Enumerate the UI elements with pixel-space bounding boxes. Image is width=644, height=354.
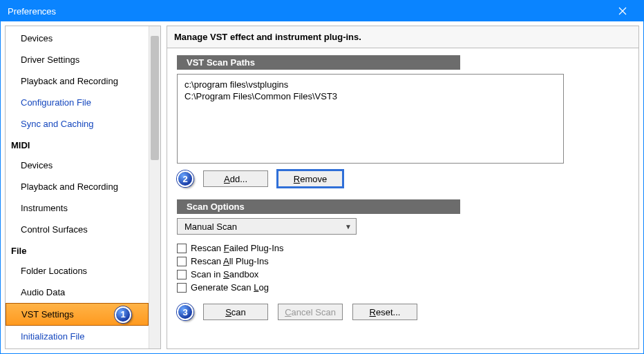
sidebar-scrollbar[interactable]	[149, 26, 160, 348]
sidebar-heading: MIDI	[6, 135, 149, 155]
checkbox-icon	[177, 283, 187, 293]
chevron-down-icon: ▼	[345, 223, 352, 230]
sidebar-item-folder-locations[interactable]: Folder Locations	[6, 260, 149, 282]
check-label: Rescan All Plug-Ins	[191, 256, 269, 266]
sidebar-item-playback-and-recording[interactable]: Playback and Recording	[6, 176, 149, 197]
preferences-sidebar: DevicesDriver SettingsPlayback and Recor…	[5, 26, 161, 349]
title-bar: Preferences	[1, 1, 643, 21]
scan-button[interactable]: Scan	[203, 304, 268, 320]
sidebar-item-vst-settings[interactable]: VST Settings1	[6, 303, 149, 326]
content-pane: Manage VST effect and instrument plug-in…	[167, 26, 639, 349]
scan-path-item[interactable]: C:\Program Files\Common Files\VST3	[184, 90, 556, 102]
sidebar-item-control-surfaces[interactable]: Control Surfaces	[6, 219, 149, 240]
scrollbar-thumb[interactable]	[151, 36, 159, 160]
check-label: Generate Scan Log	[191, 282, 269, 293]
callout-3: 3	[177, 304, 193, 320]
scan-mode-select[interactable]: Manual Scan ▼	[177, 218, 357, 235]
sidebar-item-audio-data[interactable]: Audio Data	[6, 282, 149, 303]
check-label: Rescan Failed Plug-Ins	[191, 243, 284, 253]
remove-path-button[interactable]: Remove	[278, 170, 343, 187]
section-scan-options: Scan Options	[177, 199, 460, 214]
content-heading: Manage VST effect and instrument plug-in…	[167, 26, 638, 48]
scan-path-item[interactable]: c:\program files\vstplugins	[184, 79, 556, 90]
sidebar-item-configuration-file[interactable]: Configuration File	[6, 92, 149, 113]
checkbox-icon	[177, 270, 187, 279]
check-rescan-all[interactable]: Rescan All Plug-Ins	[177, 255, 629, 268]
callout-1: 1	[115, 306, 131, 323]
window-title: Preferences	[8, 6, 56, 17]
sidebar-item-devices[interactable]: Devices	[6, 28, 149, 49]
sidebar-item-playback-and-recording[interactable]: Playback and Recording	[6, 70, 149, 92]
check-gen-log[interactable]: Generate Scan Log	[177, 281, 629, 294]
cancel-scan-button[interactable]: Cancel Scan	[278, 304, 343, 320]
section-vst-scan-paths: VST Scan Paths	[177, 55, 460, 70]
reset-button[interactable]: Reset...	[352, 304, 417, 320]
close-icon	[618, 7, 627, 15]
sidebar-item-driver-settings[interactable]: Driver Settings	[6, 49, 149, 70]
sidebar-heading: File	[6, 240, 149, 260]
sidebar-item-sync-and-caching[interactable]: Sync and Caching	[6, 113, 149, 135]
check-label: Scan in Sandbox	[191, 269, 258, 279]
scan-mode-value: Manual Scan	[184, 222, 237, 232]
scan-paths-listbox[interactable]: c:\program files\vstpluginsC:\Program Fi…	[177, 74, 564, 164]
checkbox-icon	[177, 257, 187, 266]
sidebar-item-devices[interactable]: Devices	[6, 155, 149, 176]
close-button[interactable]	[609, 1, 636, 21]
sidebar-item-instruments[interactable]: Instruments	[6, 197, 149, 219]
check-sandbox[interactable]: Scan in Sandbox	[177, 268, 629, 281]
checkbox-icon	[177, 244, 187, 253]
callout-2: 2	[177, 170, 193, 187]
sidebar-item-initialization-file[interactable]: Initialization File	[6, 326, 149, 347]
check-rescan-failed[interactable]: Rescan Failed Plug-Ins	[177, 242, 629, 255]
add-path-button[interactable]: Add...	[203, 170, 268, 187]
